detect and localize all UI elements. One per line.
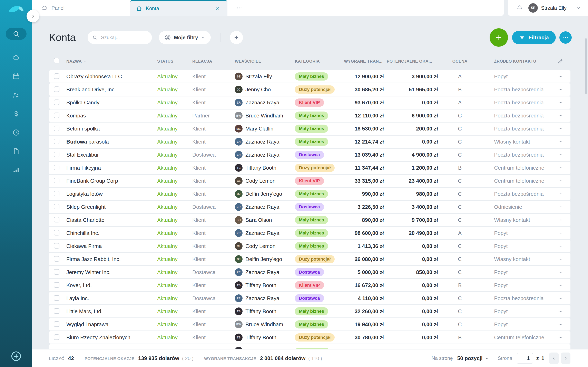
table-row[interactable]: Beton i spółkaAktualnyKlientMCMary Clafl… (49, 123, 571, 135)
row-menu-button[interactable] (557, 99, 564, 106)
row-checkbox[interactable] (54, 125, 60, 131)
row-checkbox[interactable] (54, 282, 60, 288)
sidebar-item-contacts[interactable] (0, 86, 32, 105)
row-menu-button[interactable] (557, 308, 564, 315)
table-row[interactable]: Spółka CandyAktualnyKlientZRZaznacz Raya… (49, 96, 571, 109)
account-name[interactable]: Little Mars, Ltd. (66, 308, 155, 315)
row-menu-button[interactable] (557, 334, 564, 341)
table-row[interactable]: Sklep GreenlightAktualnyDostawcaZRZaznac… (49, 201, 571, 213)
table-row[interactable]: Layla Inc.AktualnyDostawcaZRZaznacz Raya… (49, 292, 571, 304)
row-checkbox[interactable] (54, 100, 60, 105)
app-logo[interactable] (6, 4, 26, 15)
row-menu-button[interactable] (557, 294, 564, 302)
row-menu-button[interactable] (557, 177, 564, 185)
row-checkbox[interactable] (54, 113, 60, 118)
notifications-bell-icon[interactable] (516, 4, 523, 11)
account-name[interactable]: Sklep Greenlight (66, 204, 155, 210)
account-name[interactable]: Beton i spółka (66, 125, 155, 132)
add-view-button[interactable] (230, 31, 243, 44)
row-checkbox[interactable] (54, 73, 60, 79)
table-row[interactable]: Ciekawa FirmaAktualnyKlientCLCody LemonM… (49, 240, 571, 252)
row-menu-button[interactable] (557, 138, 564, 146)
sidebar-item-sales[interactable] (0, 105, 32, 124)
row-checkbox[interactable] (54, 217, 60, 222)
account-name[interactable]: Ciekawa Firma (66, 243, 155, 249)
row-checkbox[interactable] (54, 334, 60, 340)
account-name[interactable]: Budowa parasola (66, 139, 155, 145)
table-row[interactable]: Wygląd i naprawaAktualnyKlientBWBruce Wi… (49, 318, 571, 331)
column-header-status[interactable]: STATUS (155, 59, 191, 64)
scrollbar-thumb[interactable] (585, 38, 587, 94)
account-name[interactable]: Biuro Rzeczy Znalezionych (66, 334, 155, 341)
row-menu-button[interactable] (557, 164, 564, 172)
row-checkbox[interactable] (54, 86, 60, 92)
row-menu-button[interactable] (557, 203, 564, 211)
row-menu-button[interactable] (557, 216, 564, 224)
sidebar-item-documents[interactable] (0, 142, 32, 161)
row-menu-button[interactable] (557, 73, 564, 80)
user-menu-chevron-icon[interactable] (576, 5, 581, 11)
row-menu-button[interactable] (557, 320, 564, 328)
select-all-checkbox[interactable] (54, 58, 60, 63)
row-menu-button[interactable] (557, 229, 564, 237)
next-page-button[interactable] (561, 352, 571, 364)
table-row[interactable]: Little Mars, Ltd.AktualnyKlientTBTiffany… (49, 305, 571, 317)
account-name[interactable]: Jeremy Winter Inc. (66, 269, 155, 275)
table-row[interactable]: Logistyka lotówAktualnyKlientDJDelfin Je… (49, 188, 571, 200)
tab-panel[interactable]: Panel (32, 0, 130, 16)
my-filters-button[interactable]: Moje filtry (159, 31, 211, 44)
row-checkbox[interactable] (54, 152, 60, 157)
row-checkbox[interactable] (54, 243, 60, 249)
row-checkbox[interactable] (54, 230, 60, 235)
account-name[interactable]: Wygląd i naprawa (66, 321, 155, 328)
table-row[interactable]: Firma Jazz Rabbit, Inc.AktualnyKlientDJD… (49, 253, 571, 265)
search-input[interactable] (101, 34, 144, 41)
table-row[interactable]: Chinchilla Inc.AktualnyKlientZRZaznacz R… (49, 227, 571, 239)
account-name[interactable]: FineBank Group Corp (66, 178, 155, 184)
row-menu-button[interactable] (557, 112, 564, 119)
account-name[interactable]: Obrazy Alphonse'a LLC (66, 73, 155, 80)
more-actions-button[interactable] (559, 31, 572, 44)
account-name[interactable]: Spółka Candy (66, 100, 155, 106)
column-header-zrodlo[interactable]: ŹRÓDŁO KONTAKTU (482, 59, 550, 64)
table-row[interactable]: Kover, Ltd.AktualnyKlientTBTiffany Booth… (49, 279, 571, 291)
row-menu-button[interactable] (557, 268, 564, 276)
row-checkbox[interactable] (54, 165, 60, 170)
sidebar-item-search[interactable] (0, 25, 32, 43)
account-name[interactable]: Firma Fikcyjna (66, 165, 155, 171)
account-name[interactable]: Break and Drive, Inc. (66, 86, 155, 93)
column-header-potencjalne[interactable]: POTENCJALNE OKA... (384, 59, 438, 64)
edit-columns-icon[interactable] (557, 58, 563, 64)
row-menu-button[interactable] (557, 151, 564, 159)
column-header-ocena[interactable]: OCENA (438, 59, 482, 64)
table-row-partial[interactable] (49, 344, 571, 349)
row-checkbox[interactable] (54, 191, 60, 196)
table-row[interactable]: Stal ExcaliburAktualnyDostawcaZRZaznacz … (49, 149, 571, 161)
table-row[interactable]: Obrazy Alphonse'a LLCAktualnyKlientSEStr… (49, 70, 571, 83)
sidebar-item-history[interactable] (0, 124, 32, 142)
account-name[interactable]: Layla Inc. (66, 295, 155, 301)
account-name[interactable]: Stal Excalibur (66, 152, 155, 158)
row-menu-button[interactable] (557, 190, 564, 198)
page-input[interactable] (517, 353, 533, 364)
row-checkbox[interactable] (54, 178, 60, 183)
account-name[interactable]: Kompas (66, 113, 155, 119)
column-header-wlasciciel[interactable]: WŁAŚCICIEL (234, 59, 293, 64)
row-menu-button[interactable] (557, 281, 564, 289)
add-account-button[interactable] (490, 28, 508, 47)
user-avatar[interactable]: SE (528, 3, 538, 13)
table-row[interactable]: Ciasta CharlotteAktualnyKlientSOSara Ols… (49, 214, 571, 226)
tab-overflow-button[interactable] (236, 0, 242, 16)
row-checkbox[interactable] (54, 308, 60, 314)
per-page-select[interactable]: 50 pozycji (456, 355, 490, 362)
filter-button[interactable]: Filtracja (512, 31, 556, 44)
account-name[interactable]: Kover, Ltd. (66, 282, 155, 289)
row-checkbox[interactable] (54, 321, 60, 327)
sidebar-item-reports[interactable] (0, 161, 32, 180)
table-row[interactable]: KompasAktualnyPartnerBWBruce WindhamMały… (49, 109, 571, 122)
row-checkbox[interactable] (54, 295, 60, 301)
row-menu-button[interactable] (557, 255, 564, 263)
column-header-wygrane[interactable]: WYGRANE TRAN... (344, 59, 384, 64)
table-row[interactable]: Break and Drive, Inc.AktualnyKlientJCJen… (49, 83, 571, 96)
account-name[interactable]: Chinchilla Inc. (66, 230, 155, 236)
